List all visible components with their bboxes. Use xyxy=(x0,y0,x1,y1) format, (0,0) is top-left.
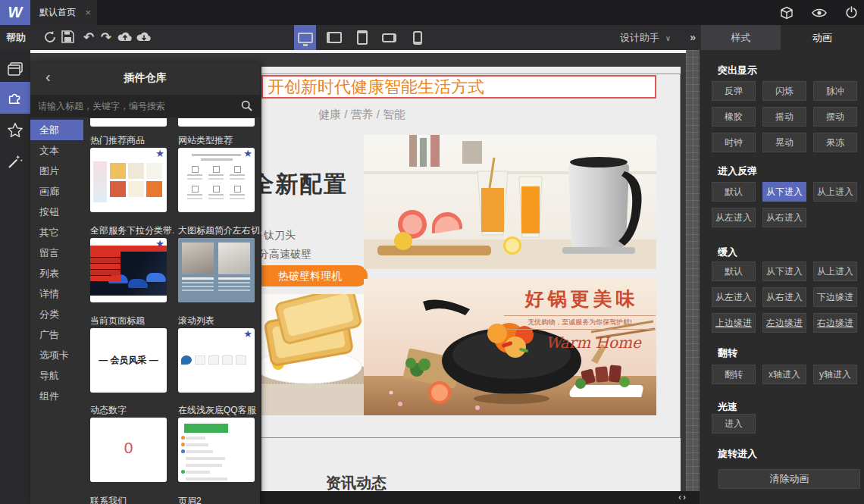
category-list-item[interactable]: 列表 xyxy=(30,263,83,283)
anim-easein-default[interactable]: 默认 xyxy=(712,261,756,281)
tablet-landscape-icon xyxy=(327,32,342,43)
sidebar-item-pages[interactable] xyxy=(0,53,30,85)
tab-animation[interactable]: 动画 xyxy=(781,25,864,50)
cloud-download-icon[interactable] xyxy=(136,30,152,45)
anim-shake[interactable]: 摇动 xyxy=(762,107,806,127)
section-heading-bounce-in: 进入反弹 xyxy=(718,164,757,178)
plugin-card-scroll-list[interactable]: ★ xyxy=(178,328,255,393)
anim-bouncein-up[interactable]: 从下进入 xyxy=(762,182,806,202)
page-canvas[interactable]: 开创新时代健康智能生活方式 健康 / 营养 / 智能 全新配置 钛刀头 分高速破… xyxy=(261,67,681,491)
anim-flip-x[interactable]: x轴进入 xyxy=(762,365,806,384)
category-nav[interactable]: 导航 xyxy=(30,365,83,386)
plugin-card-page-title[interactable]: — 会员风采 — xyxy=(90,328,167,393)
plugin-label: 热门推荐商品 xyxy=(90,134,174,147)
save-icon[interactable] xyxy=(61,30,77,45)
anim-rubber[interactable]: 橡胶 xyxy=(712,107,756,127)
anim-bounce[interactable]: 反弹 xyxy=(712,81,756,101)
tab-style[interactable]: 样式 xyxy=(701,25,781,50)
power-icon[interactable] xyxy=(845,6,858,19)
category-all[interactable]: 全部 xyxy=(30,120,83,140)
plugin-card-dynamic-number[interactable]: 0 xyxy=(90,418,167,482)
category-gallery[interactable]: 画廊 xyxy=(30,181,83,202)
anim-jelly[interactable]: 果冻 xyxy=(813,133,857,152)
sidebar-item-plugins[interactable] xyxy=(0,82,30,114)
category-detail[interactable]: 详情 xyxy=(30,283,83,304)
design-assistant-dropdown[interactable]: 设计助手 ∨ xyxy=(620,25,671,50)
anim-easein-left-edge[interactable]: 左边缘进 xyxy=(762,313,806,333)
anim-easein-right-edge[interactable]: 右边缘进 xyxy=(813,313,857,333)
refresh-icon[interactable] xyxy=(43,30,58,45)
device-phone-landscape-button[interactable] xyxy=(378,25,400,50)
canvas-vscrollbar[interactable] xyxy=(686,50,700,491)
anim-pulse[interactable]: 脉冲 xyxy=(813,81,857,101)
anim-easein-bottom-edge[interactable]: 下边缘进 xyxy=(813,287,857,307)
search-icon[interactable] xyxy=(241,100,252,114)
anim-lightspeed-in[interactable]: 进入 xyxy=(712,414,756,434)
anim-bouncein-left[interactable]: 从左进入 xyxy=(712,208,756,227)
plugin-label: 全部服务下拉分类带... xyxy=(90,224,174,237)
plugin-card-hot-products[interactable]: ★ xyxy=(90,148,167,212)
plugin-card-image-slider[interactable] xyxy=(178,238,255,302)
banner-subtitle: 无忧购物，至诚服务为你保驾护航! xyxy=(504,315,656,330)
anim-swing[interactable]: 摆动 xyxy=(813,107,857,127)
anim-easein-top-edge[interactable]: 上边缘进 xyxy=(712,313,756,333)
category-ad[interactable]: 广告 xyxy=(30,324,83,345)
device-phone-portrait-button[interactable] xyxy=(406,25,428,50)
anim-easein-right[interactable]: 从右进入 xyxy=(762,287,806,307)
category-component[interactable]: 组件 xyxy=(30,386,83,406)
hero-cta-button[interactable]: 热破壁料理机 xyxy=(261,265,368,286)
anim-wobble[interactable]: 晃动 xyxy=(762,133,806,152)
plugin-card-site-types[interactable]: ★ xyxy=(178,148,255,212)
anim-clock[interactable]: 时钟 xyxy=(712,133,756,152)
magic-wand-icon xyxy=(7,153,23,170)
plugin-card-partial[interactable] xyxy=(178,118,255,127)
section-heading-highlight: 突出显示 xyxy=(718,64,757,77)
redo-icon[interactable]: ↷ xyxy=(99,30,114,45)
page-tab[interactable]: 默认首页 × xyxy=(30,0,97,25)
search-input[interactable] xyxy=(30,95,235,117)
category-classify[interactable]: 分类 xyxy=(30,304,83,324)
device-tablet-portrait-button[interactable] xyxy=(351,25,373,50)
help-menu[interactable]: 帮助 xyxy=(6,25,26,50)
category-tabs[interactable]: 选项卡 xyxy=(30,345,83,365)
undo-icon[interactable]: ↶ xyxy=(81,30,96,45)
collapse-panel-icon[interactable]: » xyxy=(690,25,696,50)
anim-easein-left[interactable]: 从左进入 xyxy=(712,287,756,307)
plugin-preview-text: — 会员风采 — xyxy=(90,354,167,367)
anim-easein-down[interactable]: 从上进入 xyxy=(813,261,857,281)
selected-title-element[interactable]: 开创新时代健康智能生活方式 xyxy=(261,75,656,99)
plugin-card-dropdown-category[interactable]: ★ xyxy=(90,238,167,302)
canvas-hscrollbar[interactable] xyxy=(30,50,686,53)
category-other[interactable]: 其它 xyxy=(30,222,83,243)
toast-image xyxy=(261,294,364,415)
category-text[interactable]: 文本 xyxy=(30,140,83,161)
category-message[interactable]: 留言 xyxy=(30,243,83,263)
components-cube-icon[interactable] xyxy=(780,6,794,20)
device-tablet-landscape-button[interactable] xyxy=(323,25,345,50)
anim-flip-y[interactable]: y轴进入 xyxy=(813,365,857,384)
device-desktop-button[interactable] xyxy=(294,25,316,50)
anim-bouncein-default[interactable]: 默认 xyxy=(712,182,756,202)
star-badge-icon: ★ xyxy=(243,328,252,340)
plugin-card-qq-service[interactable] xyxy=(178,418,255,482)
plugin-search-bar xyxy=(30,95,260,117)
phone-landscape-icon xyxy=(382,33,396,42)
code-view-icon[interactable]: ‹› xyxy=(678,491,687,504)
banner-script-text: Warm Home xyxy=(546,333,641,352)
plugin-card-partial[interactable] xyxy=(90,118,167,127)
anim-bouncein-right[interactable]: 从右进入 xyxy=(762,208,806,227)
category-image[interactable]: 图片 xyxy=(30,161,83,181)
anim-flip[interactable]: 翻转 xyxy=(712,365,756,384)
anim-easein-up[interactable]: 从下进入 xyxy=(762,261,806,281)
preview-eye-icon[interactable] xyxy=(812,8,827,18)
tab-close-icon[interactable]: × xyxy=(85,0,91,25)
clear-animation-button[interactable]: 清除动画 xyxy=(718,469,860,489)
cloud-upload-icon[interactable] xyxy=(117,30,133,45)
category-button[interactable]: 按钮 xyxy=(30,202,83,222)
pages-icon xyxy=(8,62,23,76)
sidebar-item-favorites[interactable] xyxy=(0,114,30,146)
plugin-label: 大图标题简介左右切... xyxy=(178,224,261,237)
anim-flash[interactable]: 闪烁 xyxy=(762,81,806,101)
anim-bouncein-down[interactable]: 从上进入 xyxy=(813,182,857,202)
sidebar-item-tools[interactable] xyxy=(0,146,30,177)
